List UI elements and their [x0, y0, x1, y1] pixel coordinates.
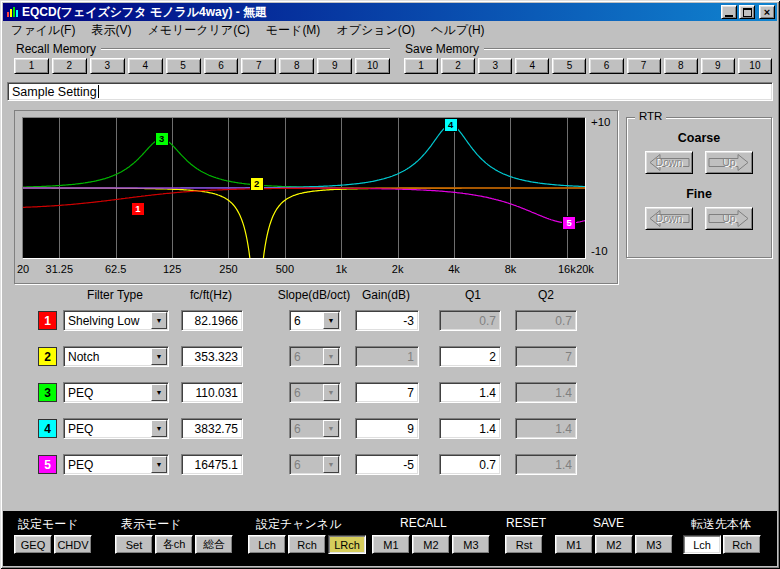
bottom-button-chdv[interactable]: CHDV [54, 535, 92, 554]
chevron-down-icon[interactable]: ▼ [151, 312, 167, 329]
fc-input[interactable] [181, 346, 243, 367]
save-memory-slot-button[interactable]: 3 [478, 58, 512, 74]
recall-memory-slot-button[interactable]: 3 [90, 58, 125, 74]
slope-select[interactable]: 6 ▼ [289, 310, 341, 331]
minimize-button[interactable] [721, 5, 737, 19]
bottom-button-各ch[interactable]: 各ch [155, 535, 193, 554]
bottom-button-set[interactable]: Set [115, 535, 153, 554]
save-memory-slot-button[interactable]: 1 [404, 58, 438, 74]
menu-item-3[interactable]: モード(M) [258, 21, 329, 40]
recall-memory-slots: 12345678910 [14, 58, 390, 74]
chevron-down-icon[interactable]: ▼ [151, 456, 167, 473]
chevron-down-icon[interactable]: ▼ [151, 420, 167, 437]
gain-input[interactable] [355, 454, 419, 475]
fc-input[interactable] [181, 382, 243, 403]
save-memory-slot-button[interactable]: 10 [738, 58, 772, 74]
filter-curve-badge[interactable]: 2 [250, 177, 264, 191]
fc-input[interactable] [181, 454, 243, 475]
save-memory-slot-button[interactable]: 5 [552, 58, 586, 74]
bottom-button-m3[interactable]: M3 [452, 535, 490, 554]
filter-type-select[interactable]: PEQ ▼ [63, 454, 169, 475]
slope-select[interactable]: 6 ▼ [289, 346, 341, 367]
bottom-button-m1[interactable]: M1 [372, 535, 410, 554]
bottom-button-rst[interactable]: Rst [505, 535, 543, 554]
menu-item-4[interactable]: オプション(O) [328, 21, 423, 40]
save-memory-slot-button[interactable]: 2 [441, 58, 475, 74]
save-memory-slot-button[interactable]: 8 [664, 58, 698, 74]
chevron-down-icon[interactable]: ▼ [151, 384, 167, 401]
slope-select[interactable]: 6 ▼ [289, 418, 341, 439]
save-memory-slot-button[interactable]: 4 [515, 58, 549, 74]
filter-curve-badge[interactable]: 1 [131, 202, 145, 216]
bottom-button-lch[interactable]: Lch [683, 535, 721, 554]
recall-memory-slot-button[interactable]: 8 [279, 58, 314, 74]
q1-input[interactable] [439, 454, 501, 475]
chevron-down-icon[interactable]: ▼ [323, 312, 339, 329]
recall-memory-slot-button[interactable]: 10 [355, 58, 390, 74]
chevron-down-icon[interactable]: ▼ [323, 384, 339, 401]
gain-input[interactable] [355, 310, 419, 331]
save-memory-slot-button[interactable]: 7 [627, 58, 661, 74]
recall-memory-slot-button[interactable]: 5 [166, 58, 201, 74]
bottom-button-lch[interactable]: Lch [248, 535, 286, 554]
filter-type-select[interactable]: Notch ▼ [63, 346, 169, 367]
save-memory-slot-button[interactable]: 9 [701, 58, 735, 74]
q1-input[interactable] [439, 310, 501, 331]
q2-input[interactable] [515, 418, 577, 439]
menu-item-1[interactable]: 表示(V) [83, 21, 139, 40]
bottom-button-lrch[interactable]: LRch [328, 535, 366, 554]
gain-input[interactable] [355, 346, 419, 367]
rtr-coarse-up-button[interactable]: Up [705, 151, 753, 174]
maximize-button[interactable] [739, 5, 755, 19]
q2-input[interactable] [515, 382, 577, 403]
fc-input[interactable] [181, 418, 243, 439]
slope-select[interactable]: 6 ▼ [289, 382, 341, 403]
q2-input[interactable] [515, 346, 577, 367]
menu-item-2[interactable]: メモリークリア(C) [139, 21, 257, 40]
menu-item-5[interactable]: ヘルプ(H) [423, 21, 493, 40]
filter-type-select[interactable]: Shelving Low ▼ [63, 310, 169, 331]
rtr-fine-down-button[interactable]: Down [645, 207, 693, 230]
save-memory-slot-button[interactable]: 6 [589, 58, 623, 74]
bottom-button-m1[interactable]: M1 [555, 535, 593, 554]
chevron-down-icon[interactable]: ▼ [323, 348, 339, 365]
bottom-button-m2[interactable]: M2 [595, 535, 633, 554]
fc-input[interactable] [181, 310, 243, 331]
setting-name-field[interactable]: Sample Setting [7, 82, 773, 101]
chevron-down-icon[interactable]: ▼ [323, 420, 339, 437]
rtr-fine-up-button[interactable]: Up [705, 207, 753, 230]
filter-curve-badge[interactable]: 4 [444, 118, 458, 132]
bottom-button-総合[interactable]: 総合 [195, 535, 233, 554]
bottom-button-rch[interactable]: Rch [723, 535, 761, 554]
recall-memory-slot-button[interactable]: 6 [204, 58, 239, 74]
gain-input[interactable] [355, 418, 419, 439]
filter-type-select[interactable]: PEQ ▼ [63, 382, 169, 403]
q1-input[interactable] [439, 382, 501, 403]
bottom-button-m2[interactable]: M2 [412, 535, 450, 554]
filter-curve-badge[interactable]: 3 [155, 132, 169, 146]
bottom-button-geq[interactable]: GEQ [14, 535, 52, 554]
q2-input[interactable] [515, 310, 577, 331]
filter-type-value: PEQ [68, 458, 93, 472]
gain-input[interactable] [355, 382, 419, 403]
q1-input[interactable] [439, 418, 501, 439]
recall-memory-slot-button[interactable]: 7 [241, 58, 276, 74]
rtr-coarse-down-button[interactable]: Down [645, 151, 693, 174]
bottom-button-rch[interactable]: Rch [288, 535, 326, 554]
filter-curve-badge[interactable]: 5 [562, 216, 576, 230]
q1-input[interactable] [439, 346, 501, 367]
recall-memory-slot-button[interactable]: 1 [14, 58, 49, 74]
filter-type-select[interactable]: PEQ ▼ [63, 418, 169, 439]
slope-select[interactable]: 6 ▼ [289, 454, 341, 475]
eq-plot-area[interactable]: 12345 [22, 117, 586, 259]
menu-item-0[interactable]: ファイル(F) [3, 21, 83, 40]
chevron-down-icon[interactable]: ▼ [323, 456, 339, 473]
q2-input[interactable] [515, 454, 577, 475]
recall-memory-slot-button[interactable]: 4 [128, 58, 163, 74]
title-bar[interactable]: EQCD(フェイズシフタ モノラル4way) - 無題 × [3, 3, 777, 21]
chevron-down-icon[interactable]: ▼ [151, 348, 167, 365]
bottom-button-m3[interactable]: M3 [635, 535, 673, 554]
recall-memory-slot-button[interactable]: 9 [317, 58, 352, 74]
close-button[interactable]: × [759, 5, 775, 19]
recall-memory-slot-button[interactable]: 2 [52, 58, 87, 74]
